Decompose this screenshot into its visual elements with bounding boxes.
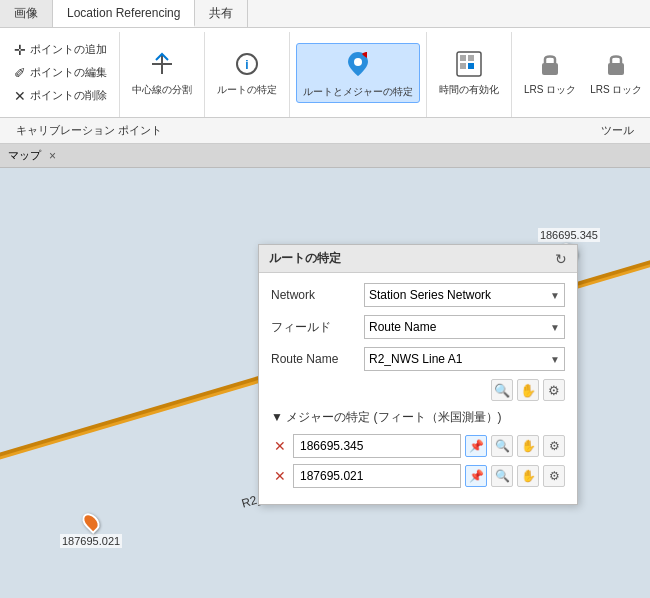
btn-identify-route[interactable]: i ルートの特定 — [211, 46, 283, 100]
svg-point-4 — [354, 58, 362, 66]
svg-rect-7 — [468, 55, 474, 61]
measure-2-hand-icon: ✋ — [521, 469, 536, 483]
edit-point-icon: ✐ — [14, 65, 26, 81]
measure-row-2: ✕ 📌 🔍 ✋ ⚙ — [271, 464, 565, 488]
add-point-icon: ✛ — [14, 42, 26, 58]
panel-refresh-button[interactable]: ↻ — [555, 251, 567, 267]
panel-settings-icon-btn[interactable]: ⚙ — [543, 379, 565, 401]
route-name-value: R2_NWS Line A1 — [369, 352, 462, 366]
map-close-button[interactable]: × — [49, 149, 56, 163]
identify-route-panel: ルートの特定 ↻ Network Station Series Network … — [258, 244, 578, 505]
time-icon — [455, 50, 483, 82]
ribbon-group-tools-small: ✛ ポイントの追加 ✐ ポイントの編集 ✕ ポイントの削除 — [4, 32, 120, 117]
route-name-row: Route Name R2_NWS Line A1 ▼ — [271, 347, 565, 371]
ribbon: ✛ ポイントの追加 ✐ ポイントの編集 ✕ ポイントの削除 — [0, 28, 650, 118]
identify-btns: i ルートの特定 — [211, 32, 283, 113]
field-select[interactable]: Route Name ▼ — [364, 315, 565, 339]
measure-1-search-icon: 🔍 — [495, 439, 510, 453]
orange-marker — [79, 510, 103, 534]
panel-hand-icon-btn[interactable]: ✋ — [517, 379, 539, 401]
panel-search-icon-btn[interactable]: 🔍 — [491, 379, 513, 401]
panel-section-title: ▼ メジャーの特定 (フィート（米国測量）) — [271, 409, 565, 426]
measure-1-lock-btn[interactable]: 📌 — [465, 435, 487, 457]
field-value: Route Name — [369, 320, 436, 334]
tab-image[interactable]: 画像 — [0, 0, 53, 27]
measure-1-lock-icon: 📌 — [469, 439, 484, 453]
measure-1-hand-btn[interactable]: ✋ — [517, 435, 539, 457]
orange-point-label: 187695.021 — [60, 534, 122, 548]
lrs-lock1-label: LRS ロック — [524, 84, 576, 96]
btn-add-point[interactable]: ✛ ポイントの追加 — [8, 39, 113, 61]
map-area: マップ × 186695.345 R2_NWS Line A1 187695.0… — [0, 144, 650, 598]
top-tab-bar: 画像 Location Referencing 共有 — [0, 0, 650, 28]
measure-2-hand-btn[interactable]: ✋ — [517, 465, 539, 487]
tab-location-referencing[interactable]: Location Referencing — [53, 0, 195, 27]
btn-split-centerline[interactable]: 中心線の分割 — [126, 46, 198, 100]
ribbon-group-split: 中心線の分割 — [122, 32, 205, 117]
network-value: Station Series Network — [369, 288, 491, 302]
section-title-text: ▼ メジャーの特定 (フィート（米国測量）) — [271, 409, 502, 426]
measure-2-settings-icon: ⚙ — [549, 469, 560, 483]
measure-1-settings-icon: ⚙ — [549, 439, 560, 453]
measure-2-search-btn[interactable]: 🔍 — [491, 465, 513, 487]
network-label: Network — [271, 288, 356, 302]
lrs-lock2-icon — [602, 50, 630, 82]
measure-input-2[interactable] — [293, 464, 461, 488]
svg-rect-9 — [468, 63, 474, 69]
calibration-tab[interactable]: キャリブレーション ポイント — [8, 121, 170, 140]
panel-icon-row: 🔍 ✋ ⚙ — [271, 379, 565, 401]
btn-identify-route-measure[interactable]: ルートとメジャーの特定 — [296, 43, 420, 103]
tab-share[interactable]: 共有 — [195, 0, 248, 27]
delete-measure-2-button[interactable]: ✕ — [271, 468, 289, 484]
split-icon — [148, 50, 176, 82]
identify-rm-btns: ルートとメジャーの特定 — [296, 32, 420, 113]
measure-2-settings-btn[interactable]: ⚙ — [543, 465, 565, 487]
small-btn-group: ✛ ポイントの追加 ✐ ポイントの編集 ✕ ポイントの削除 — [8, 39, 113, 107]
small-btns-container: ✛ ポイントの追加 ✐ ポイントの編集 ✕ ポイントの削除 — [8, 32, 113, 113]
time-btns: 時間の有効化 — [433, 32, 505, 113]
svg-rect-11 — [608, 63, 624, 75]
network-select[interactable]: Station Series Network ▼ — [364, 283, 565, 307]
route-name-select[interactable]: R2_NWS Line A1 ▼ — [364, 347, 565, 371]
delete-measure-1-button[interactable]: ✕ — [271, 438, 289, 454]
route-name-label-field: Route Name — [271, 352, 356, 366]
network-row: Network Station Series Network ▼ — [271, 283, 565, 307]
ribbon-group-time: 時間の有効化 — [429, 32, 512, 117]
identify-route-label: ルートの特定 — [217, 84, 277, 96]
split-btns: 中心線の分割 — [126, 32, 198, 113]
panel-settings-icon: ⚙ — [548, 383, 560, 398]
measure-1-hand-icon: ✋ — [521, 439, 536, 453]
split-label: 中心線の分割 — [132, 84, 192, 96]
route-name-dropdown-arrow: ▼ — [550, 354, 560, 365]
svg-text:i: i — [245, 58, 248, 72]
ribbon-group-lrs: LRS ロック LRS ロック — [514, 32, 650, 117]
svg-rect-10 — [542, 63, 558, 75]
svg-rect-8 — [460, 63, 466, 69]
svg-rect-6 — [460, 55, 466, 61]
map-title-bar: マップ × — [0, 144, 650, 168]
measure-2-lock-btn[interactable]: 📌 — [465, 465, 487, 487]
blue-point-label: 186695.345 — [538, 228, 600, 242]
field-label: フィールド — [271, 319, 356, 336]
measure-input-1[interactable] — [293, 434, 461, 458]
identify-route-icon: i — [233, 50, 261, 82]
panel-header: ルートの特定 ↻ — [259, 245, 577, 273]
ribbon-group-identify-route-measure: ルートとメジャーの特定 — [292, 32, 427, 117]
btn-edit-point[interactable]: ✐ ポイントの編集 — [8, 62, 113, 84]
measure-1-settings-btn[interactable]: ⚙ — [543, 435, 565, 457]
field-dropdown-arrow: ▼ — [550, 322, 560, 333]
btn-lrs-lock2[interactable]: LRS ロック — [584, 46, 648, 100]
calibration-bar: キャリブレーション ポイント ツール — [0, 118, 650, 144]
measure-2-lock-icon: 📌 — [469, 469, 484, 483]
btn-lrs-lock1[interactable]: LRS ロック — [518, 46, 582, 100]
btn-delete-point[interactable]: ✕ ポイントの削除 — [8, 85, 113, 107]
time-label: 時間の有効化 — [439, 84, 499, 96]
identify-route-measure-icon — [342, 48, 374, 84]
tools-label[interactable]: ツール — [601, 123, 642, 138]
panel-hand-icon: ✋ — [520, 383, 536, 398]
btn-time-enable[interactable]: 時間の有効化 — [433, 46, 505, 100]
measure-row-1: ✕ 📌 🔍 ✋ ⚙ — [271, 434, 565, 458]
identify-route-measure-label: ルートとメジャーの特定 — [303, 86, 413, 98]
lrs-lock1-icon — [536, 50, 564, 82]
measure-1-search-btn[interactable]: 🔍 — [491, 435, 513, 457]
